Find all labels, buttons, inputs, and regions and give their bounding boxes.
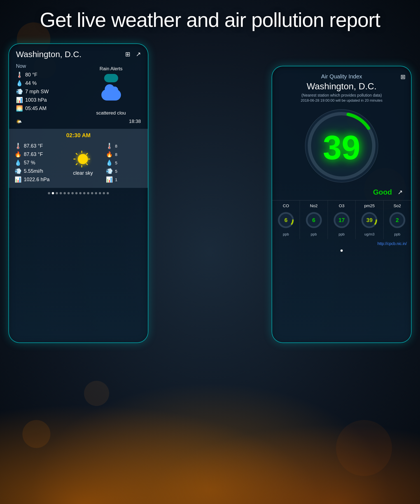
pagination-dot-11[interactable] (91, 192, 93, 194)
sunrise-row-item: 🌅 05:45 AM (16, 105, 76, 112)
bokeh-4 (22, 420, 50, 448)
forecast-r3: 💧 5 (106, 159, 142, 166)
mini-gauge-co: 6 (276, 210, 296, 230)
temperature-value: 80 °F (25, 72, 37, 78)
mini-gauge-so2: 2 (388, 210, 407, 230)
pagination-dot-2[interactable] (56, 192, 58, 194)
pagination-dot-9[interactable] (83, 192, 85, 194)
pagination-dot-3[interactable] (60, 192, 62, 194)
humidity-row: 💧 44 % (16, 80, 76, 87)
weather-card-header: Washington, D.C. ⊞ ↗ (9, 44, 148, 62)
forecast-r1: 🌡️ 8 (106, 143, 142, 149)
forecast-r4: 💨 5 (106, 168, 142, 174)
condition-label: scattered clou (96, 110, 126, 116)
forecast-content: 🌡️ 87.63 °F 🔥 87.63 °F 💧 57 % 💨 5.55mi/h… (15, 141, 142, 185)
pressure-row: 📊 1003 hPa (16, 97, 76, 103)
pollutant-col-no2: No2 6ppb (300, 200, 328, 239)
pagination-dot-7[interactable] (75, 192, 78, 194)
sunset-icon: 🌤️ (16, 119, 22, 125)
forecast-left-panel: 🌡️ 87.63 °F 🔥 87.63 °F 💧 57 % 💨 5.55mi/h… (15, 141, 60, 185)
pollutant-name-co: CO (283, 203, 289, 208)
forecast-center-panel: clear sky (60, 141, 106, 185)
pagination-dot-14[interactable] (103, 192, 105, 194)
humidity-value: 44 % (25, 80, 37, 86)
sunset-row: 🌤️ 18:38 (9, 117, 148, 126)
bokeh-5 (336, 420, 392, 476)
aqi-status-row: Good ↗ (272, 186, 411, 198)
sunrise-icon: 🌅 (16, 105, 23, 112)
aqi-station-note: (Nearest station which provides pollutio… (279, 93, 404, 97)
mini-gauge-pm25: 39 (360, 210, 379, 230)
wind-icon: 💨 (16, 88, 23, 95)
forecast-temp2-row: 🔥 87.63 °F (15, 151, 60, 158)
mini-gauge-no2: 6 (304, 210, 324, 230)
forecast-section: 02:30 AM 🌡️ 87.63 °F 🔥 87.63 °F 💧 57 % 💨 (9, 129, 148, 188)
thermometer-icon: 🌡️ (16, 71, 23, 78)
temperature-row: 🌡️ 80 °F (16, 71, 76, 78)
pagination-dot-4[interactable] (64, 192, 66, 194)
weather-city: Washington, D.C. (16, 50, 81, 59)
pressure-value: 1003 hPa (25, 97, 47, 103)
forecast-humidity-row: 💧 57 % (15, 159, 60, 166)
pagination-dot-15[interactable] (107, 192, 109, 194)
pollutant-col-co: CO 6ppb (272, 200, 300, 239)
pollutant-unit-co: ppb (283, 232, 289, 236)
forecast-temp2: 87.63 °F (24, 151, 43, 157)
rain-alert-toggle[interactable] (104, 74, 118, 82)
sunset-value: 18:38 (129, 119, 141, 125)
pagination-dot-0[interactable] (48, 192, 50, 194)
now-label: Now (16, 63, 76, 69)
pagination-dot-12[interactable] (95, 192, 97, 194)
aqi-share-icon[interactable]: ↗ (398, 189, 403, 196)
aqi-timestamp: 2018-06-28 19:00:00 will be updated in 2… (279, 98, 404, 102)
forecast-pressure: 1022.6 hPa (24, 177, 50, 183)
pollutant-value-no2: 6 (312, 217, 315, 223)
pollutant-unit-so2: ppb (394, 232, 400, 236)
cpcb-link[interactable]: http://cpcb.nic.in/ (272, 239, 411, 248)
pollutant-value-o3: 17 (339, 217, 345, 223)
pagination-dot-10[interactable] (87, 192, 89, 194)
wind-value: 7 mph SW (25, 89, 49, 95)
pagination-dot-13[interactable] (99, 192, 101, 194)
wind-row: 💨 7 mph SW (16, 88, 76, 95)
bokeh-7 (84, 381, 109, 406)
aqi-city: Washington, D.C. (279, 81, 404, 92)
clear-sky-label: clear sky (73, 170, 93, 176)
pollutant-name-o3: O3 (339, 203, 344, 208)
sunrise-value: 05:45 AM (25, 106, 46, 111)
forecast-humidity: 57 % (24, 160, 35, 166)
pollutant-name-so2: So2 (393, 203, 401, 208)
grid-icon[interactable]: ⊞ (125, 51, 130, 58)
sun-icon (73, 149, 93, 169)
share-icon[interactable]: ↗ (136, 51, 141, 58)
pagination-dot-1[interactable] (52, 192, 54, 194)
pollutant-unit-pm25: ug/m3 (364, 232, 374, 236)
humidity-icon: 💧 (16, 80, 23, 87)
pollutant-col-so2: So2 2ppb (384, 200, 411, 239)
forecast-r5: 📊 1 (106, 176, 142, 183)
weather-card: Washington, D.C. ⊞ ↗ Now 🌡️ 80 °F 💧 44 %… (8, 43, 148, 343)
weather-main-section: Now 🌡️ 80 °F 💧 44 % 💨 7 mph SW 📊 1003 hP… (9, 62, 148, 117)
cloud-icon (99, 87, 124, 103)
aqi-gauge-container: 39 (272, 104, 411, 186)
aqi-title: Air Quality Index (279, 73, 404, 80)
page-title: Get live weather and air pollution repor… (0, 8, 420, 31)
pressure-icon: 📊 (16, 97, 23, 103)
forecast-wind: 5.55mi/h (24, 168, 43, 174)
weather-alert-section: Rain Alerts scattered clou (81, 63, 141, 116)
aqi-gauge: 39 (302, 107, 381, 185)
pagination-dot-8[interactable] (79, 192, 81, 194)
pagination-dots (9, 188, 148, 197)
rain-alerts-label: Rain Alerts (99, 66, 122, 72)
aqi-grid-icon[interactable]: ⊞ (400, 73, 405, 81)
pollutant-value-co: 6 (284, 217, 288, 223)
pollutant-value-so2: 2 (396, 217, 399, 223)
pagination-dot-6[interactable] (71, 192, 74, 194)
pollutant-grid: CO 6ppbNo2 6ppbO3 17ppbpm25 39ug/m3So2 (272, 200, 411, 239)
pollutant-col-o3: O3 17ppb (328, 200, 356, 239)
weather-current-conditions: Now 🌡️ 80 °F 💧 44 % 💨 7 mph SW 📊 1003 hP… (16, 63, 76, 116)
pollutant-unit-o3: ppb (339, 232, 345, 236)
forecast-time: 02:30 AM (15, 132, 142, 139)
pagination-dot-5[interactable] (67, 192, 70, 194)
mini-gauge-o3: 17 (332, 210, 351, 230)
